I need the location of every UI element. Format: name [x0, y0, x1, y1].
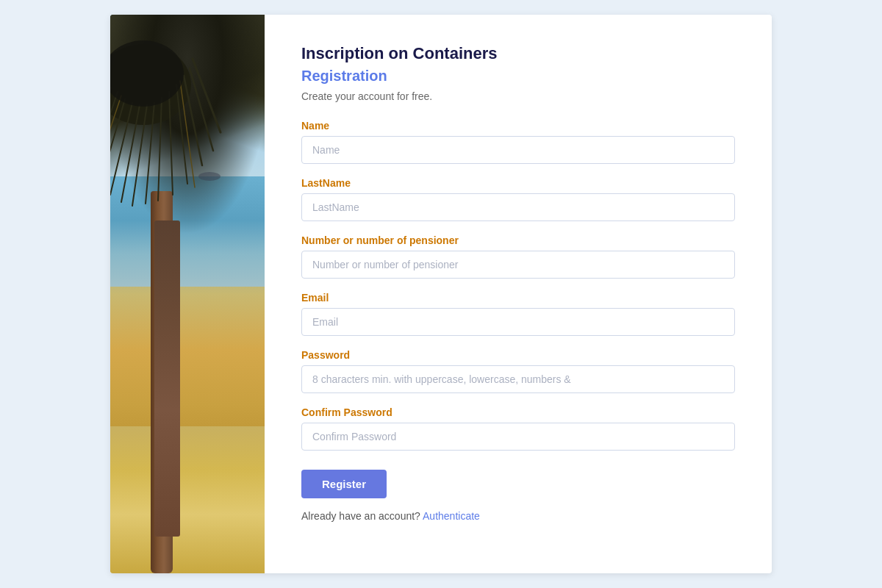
app-title: Inscription on Containers	[301, 44, 735, 63]
beach-background	[110, 426, 265, 573]
pensioner-input[interactable]	[301, 251, 735, 279]
login-prompt-text: Already have an account?	[301, 510, 420, 522]
lastname-label: LastName	[301, 177, 735, 189]
lastname-field-group: LastName	[301, 177, 735, 221]
pensioner-field-group: Number or number of pensioner	[301, 234, 735, 279]
svg-point-21	[198, 172, 220, 181]
email-input[interactable]	[301, 308, 735, 336]
form-panel: Inscription on Containers Registration C…	[265, 15, 772, 573]
pensioner-label: Number or number of pensioner	[301, 234, 735, 246]
confirm-password-input[interactable]	[301, 423, 735, 451]
email-label: Email	[301, 292, 735, 304]
svg-line-13	[184, 76, 202, 165]
password-field-group: Password	[301, 349, 735, 393]
name-label: Name	[301, 120, 735, 132]
password-label: Password	[301, 349, 735, 361]
login-link-row: Already have an account? Authenticate	[301, 510, 735, 522]
page-container: Inscription on Containers Registration C…	[110, 15, 772, 573]
name-field-group: Name	[301, 120, 735, 164]
palm-trunk	[151, 191, 173, 573]
register-button[interactable]: Register	[301, 470, 387, 498]
email-field-group: Email	[301, 292, 735, 336]
confirm-password-field-group: Confirm Password	[301, 406, 735, 451]
image-panel	[110, 15, 265, 573]
name-input[interactable]	[301, 136, 735, 164]
lastname-input[interactable]	[301, 193, 735, 221]
password-input[interactable]	[301, 365, 735, 393]
palm-canopy	[110, 18, 228, 202]
form-description: Create your account for free.	[301, 90, 735, 102]
form-subtitle: Registration	[301, 68, 735, 85]
authenticate-link[interactable]: Authenticate	[423, 510, 480, 522]
confirm-password-label: Confirm Password	[301, 406, 735, 418]
